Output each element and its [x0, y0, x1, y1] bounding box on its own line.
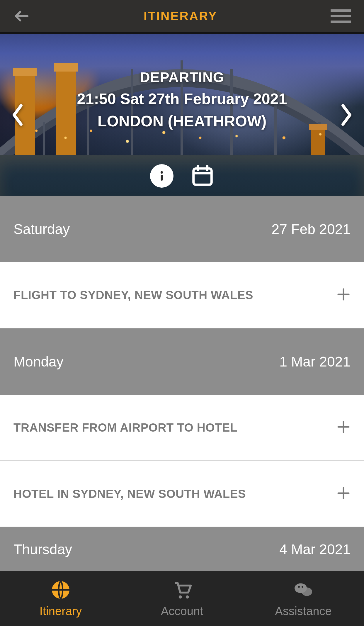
tab-itinerary[interactable]: Itinerary	[0, 571, 121, 626]
day-header: Thursday4 Mar 2021	[0, 527, 364, 571]
day-header: Saturday27 Feb 2021	[0, 196, 364, 262]
svg-point-32	[179, 596, 182, 599]
departing-datetime: 21:50 Sat 27th February 2021	[0, 90, 364, 108]
svg-point-33	[186, 596, 189, 599]
svg-point-35	[302, 588, 312, 596]
tab-assistance[interactable]: Assistance	[243, 571, 364, 626]
departing-label: DEPARTING	[0, 69, 364, 85]
menu-icon[interactable]	[331, 9, 351, 23]
itinerary-item-label: FLIGHT TO SYDNEY, NEW SOUTH WALES	[13, 289, 253, 302]
itinerary-item-label: HOTEL IN SYDNEY, NEW SOUTH WALES	[13, 487, 246, 501]
day-date: 27 Feb 2021	[271, 221, 351, 237]
tab-label: Account	[161, 605, 203, 618]
back-icon[interactable]	[13, 7, 30, 25]
day-name: Monday	[13, 354, 64, 370]
tab-bar: ItineraryAccountAssistance	[0, 571, 364, 626]
expand-icon[interactable]	[336, 420, 351, 435]
tab-label: Assistance	[275, 605, 331, 618]
departing-location: LONDON (HEATHROW)	[0, 112, 364, 130]
svg-rect-19	[161, 175, 163, 181]
day-name: Thursday	[13, 541, 72, 557]
day-header: Monday1 Mar 2021	[0, 328, 364, 395]
info-button[interactable]	[150, 164, 174, 188]
svg-point-36	[298, 586, 300, 588]
svg-rect-2	[331, 15, 351, 17]
day-name: Saturday	[13, 221, 70, 237]
tab-account[interactable]: Account	[121, 571, 243, 626]
itinerary-item[interactable]: FLIGHT TO SYDNEY, NEW SOUTH WALES	[0, 262, 364, 328]
expand-icon[interactable]	[336, 486, 351, 501]
svg-point-20	[161, 171, 163, 174]
svg-point-37	[302, 586, 303, 588]
expand-icon[interactable]	[336, 287, 351, 303]
svg-rect-21	[193, 169, 212, 185]
svg-rect-3	[331, 21, 351, 23]
hero-banner: DEPARTING 21:50 Sat 27th February 2021 L…	[0, 34, 364, 196]
calendar-button[interactable]	[191, 164, 214, 188]
hero-text: DEPARTING 21:50 Sat 27th February 2021 L…	[0, 69, 364, 130]
itinerary-item[interactable]: TRANSFER FROM AIRPORT TO HOTEL	[0, 395, 364, 461]
app-header: ITINERARY	[0, 0, 364, 34]
globe-icon	[50, 579, 71, 600]
tab-label: Itinerary	[40, 605, 82, 618]
cart-icon	[171, 579, 193, 600]
itinerary-item[interactable]: HOTEL IN SYDNEY, NEW SOUTH WALES	[0, 461, 364, 527]
chat-icon	[293, 579, 314, 600]
page-title: ITINERARY	[144, 9, 217, 23]
itinerary-item-label: TRANSFER FROM AIRPORT TO HOTEL	[13, 421, 237, 434]
day-date: 1 Mar 2021	[279, 354, 351, 370]
day-date: 4 Mar 2021	[279, 541, 351, 557]
svg-rect-1	[331, 9, 351, 12]
